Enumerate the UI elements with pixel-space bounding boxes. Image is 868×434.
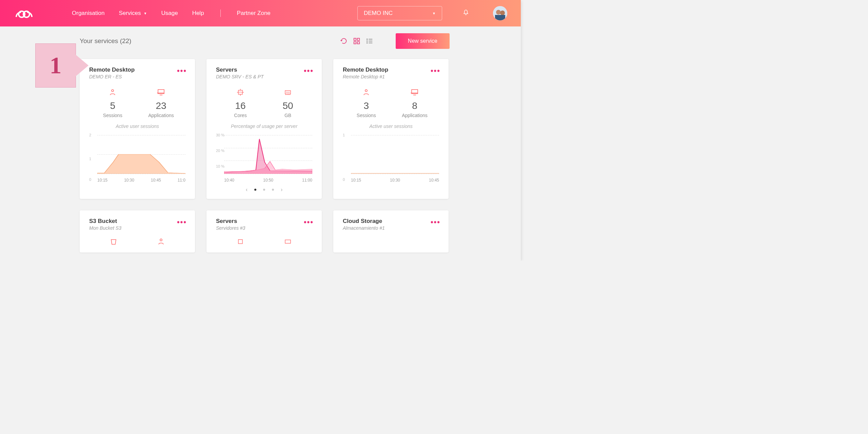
- refresh-icon: [340, 37, 348, 45]
- nav-help[interactable]: Help: [192, 10, 204, 17]
- card-subtitle: Almacenamiento #1: [343, 225, 439, 231]
- card-menu-button[interactable]: •••: [304, 67, 314, 75]
- chart-caption: Percentage of usage per server: [216, 124, 312, 129]
- service-card[interactable]: Servers Servidores #3 •••: [206, 210, 322, 252]
- stat-sessions: 5 Sessions: [101, 88, 124, 118]
- card-title: Servers: [216, 67, 312, 73]
- page-heading: Your services (22): [80, 37, 131, 45]
- card-menu-button[interactable]: •••: [431, 67, 440, 75]
- svg-text:CPU: CPU: [239, 91, 242, 93]
- svg-rect-7: [357, 38, 359, 40]
- card-menu-button[interactable]: •••: [177, 218, 187, 227]
- nav-partner-zone[interactable]: Partner Zone: [237, 10, 271, 17]
- organisation-select[interactable]: DEMO INC ▼: [357, 6, 442, 20]
- grid-view-button[interactable]: [353, 37, 360, 45]
- service-card[interactable]: Remote Desktop Remote Desktop #1 ••• 3 S…: [333, 59, 449, 199]
- service-card[interactable]: Remote Desktop DEMO ER - ES ••• 5 Sessio…: [80, 59, 195, 199]
- monitor-icon: [402, 88, 428, 97]
- service-card[interactable]: S3 Bucket Mon Bucket S3 •••: [80, 210, 195, 252]
- svg-point-4: [500, 11, 505, 15]
- card-subtitle: Remote Desktop #1: [343, 74, 439, 79]
- refresh-button[interactable]: [340, 37, 348, 45]
- card-menu-button[interactable]: •••: [431, 218, 440, 227]
- avatar-image: [493, 6, 507, 20]
- chart-pager: ‹ ›: [216, 187, 312, 193]
- sessions-chart: 1 0 10:15 10:30 10:45: [343, 135, 439, 183]
- stat-applications: 23 Applications: [148, 88, 174, 118]
- grid-icon: [353, 37, 360, 45]
- user-icon: [149, 238, 173, 246]
- nav-organisation[interactable]: Organisation: [72, 10, 104, 17]
- caret-down-icon: ▼: [144, 12, 147, 15]
- card-title: Remote Desktop: [89, 67, 185, 73]
- user-icon: [354, 88, 378, 97]
- annotation-arrow-icon: [76, 55, 88, 76]
- annotation-callout: 1: [35, 43, 76, 88]
- card-subtitle: DEMO ER - ES: [89, 74, 185, 79]
- card-subtitle: DEMO SRV - ES & PT: [216, 74, 312, 79]
- svg-point-12: [367, 41, 368, 41]
- cpu-icon: [229, 238, 252, 246]
- caret-down-icon: ▼: [432, 12, 436, 15]
- bell-icon: [462, 9, 469, 16]
- svg-point-14: [367, 43, 368, 43]
- monitor-icon: [148, 88, 174, 97]
- pager-dot[interactable]: [263, 189, 265, 191]
- ram-icon: [276, 238, 300, 246]
- top-navbar: Organisation Services ▼ Usage Help Partn…: [0, 0, 521, 26]
- service-card[interactable]: Servers DEMO SRV - ES & PT ••• CPU 16 Co…: [206, 59, 322, 199]
- pager-next[interactable]: ›: [281, 187, 282, 193]
- svg-point-3: [496, 10, 501, 15]
- stat-cores: CPU 16 Cores: [229, 88, 252, 118]
- card-title: Cloud Storage: [343, 218, 439, 225]
- bucket-icon: [102, 238, 125, 246]
- card-subtitle: Servidores #3: [216, 225, 312, 231]
- svg-point-37: [160, 239, 162, 241]
- card-menu-button[interactable]: •••: [304, 218, 314, 227]
- ram-icon: RAM: [276, 88, 300, 97]
- nav-services-label: Services: [119, 10, 141, 17]
- svg-rect-38: [238, 240, 242, 244]
- pager-prev[interactable]: ‹: [246, 187, 248, 193]
- svg-point-10: [367, 39, 368, 40]
- new-service-button[interactable]: New service: [396, 33, 450, 49]
- card-title: S3 Bucket: [89, 218, 185, 225]
- sessions-chart: 2 1 0 10:15 10:30 10:45 11:0: [89, 135, 185, 183]
- organisation-select-value: DEMO INC: [364, 10, 393, 17]
- card-title: Servers: [216, 218, 312, 225]
- chart-caption: Active user sessions: [343, 124, 439, 129]
- pager-dot[interactable]: [254, 189, 256, 191]
- svg-rect-5: [495, 15, 505, 20]
- stat-memory: RAM 50 GB: [276, 88, 300, 118]
- nav-usage[interactable]: Usage: [161, 10, 178, 17]
- nav-services[interactable]: Services ▼: [119, 10, 147, 17]
- service-card[interactable]: Cloud Storage Almacenamiento #1 •••: [333, 210, 449, 252]
- list-icon: [366, 37, 373, 45]
- svg-point-32: [365, 90, 367, 92]
- svg-point-16: [112, 90, 114, 92]
- annotation-number: 1: [50, 52, 62, 79]
- app-logo-icon: [14, 7, 35, 20]
- svg-rect-6: [354, 38, 356, 40]
- svg-rect-9: [357, 42, 359, 44]
- nav-divider: [220, 10, 221, 17]
- user-avatar[interactable]: [493, 6, 507, 20]
- notifications-button[interactable]: [462, 9, 469, 18]
- cpu-icon: CPU: [229, 88, 252, 97]
- user-icon: [101, 88, 124, 97]
- stat-applications: 8 Applications: [402, 88, 428, 118]
- card-subtitle: Mon Bucket S3: [89, 225, 185, 231]
- list-view-button[interactable]: [366, 37, 373, 45]
- card-title: Remote Desktop: [343, 67, 439, 73]
- svg-rect-39: [285, 240, 291, 243]
- svg-rect-8: [354, 42, 356, 44]
- card-menu-button[interactable]: •••: [177, 67, 187, 75]
- pager-dot[interactable]: [272, 189, 274, 191]
- usage-chart: 30 % 20 % 10 % 10:40 10:50 11:00: [216, 135, 312, 183]
- chart-caption: Active user sessions: [89, 124, 185, 129]
- stat-sessions: 3 Sessions: [354, 88, 378, 118]
- svg-text:RAM: RAM: [286, 91, 290, 93]
